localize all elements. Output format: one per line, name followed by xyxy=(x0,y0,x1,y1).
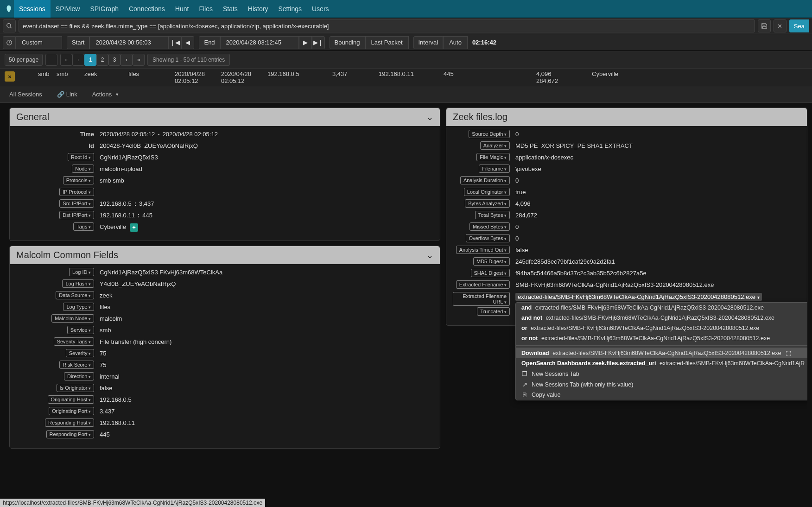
time-bounding-label[interactable]: Bounding xyxy=(330,36,365,49)
search-button[interactable]: Sea xyxy=(789,19,809,32)
label-is originator[interactable]: Is Originator xyxy=(57,384,94,392)
label-local originator[interactable]: Local Originator xyxy=(464,188,510,196)
label-total bytes[interactable]: Total Bytes xyxy=(475,211,510,219)
label-file magic[interactable]: File Magic xyxy=(476,153,510,161)
subnav-all-sessions[interactable]: All Sessions xyxy=(9,91,42,98)
dd-andnot[interactable]: and not extracted-files/SMB-FKvHj63m68WT… xyxy=(516,313,807,323)
per-page-select[interactable]: 50 per page xyxy=(5,54,43,66)
nav-connections[interactable]: Connections xyxy=(124,0,170,18)
label-truncated[interactable]: Truncated xyxy=(477,307,510,316)
label-malcolm node[interactable]: Malcolm Node xyxy=(51,314,94,323)
nav-sessions[interactable]: Sessions xyxy=(14,0,51,18)
search-icon[interactable] xyxy=(3,19,16,32)
label-extracted filename[interactable]: Extracted Filename xyxy=(456,280,510,289)
label-log id[interactable]: Log ID xyxy=(69,268,94,276)
label-filename[interactable]: Filename xyxy=(479,165,510,173)
chevron-down-icon[interactable]: ⌄ xyxy=(426,112,433,122)
label-log type[interactable]: Log Type xyxy=(63,303,94,311)
zeek-title: Zeek files.log xyxy=(453,112,508,122)
search-input[interactable] xyxy=(19,19,755,32)
dropdown-caret-icon[interactable]: ▾ xyxy=(757,295,760,300)
label-srcipport[interactable]: Src IP/Port xyxy=(59,199,94,208)
save-query-icon[interactable] xyxy=(758,19,771,32)
value-tags: Cyberville✦ xyxy=(100,222,433,232)
page-2[interactable]: 2 xyxy=(96,54,108,66)
time-interval-value[interactable]: Auto xyxy=(443,36,468,49)
dd-or[interactable]: or extracted-files/SMB-FKvHj63m68WTeClkA… xyxy=(516,323,807,333)
label-extracted-url[interactable]: Extracted Filename URL xyxy=(453,292,510,306)
nav-spiview[interactable]: SPIView xyxy=(51,0,85,18)
nav-spigraph[interactable]: SPIGraph xyxy=(85,0,123,18)
label-severity tags[interactable]: Severity Tags xyxy=(54,337,94,346)
clear-query-icon[interactable]: ✕ xyxy=(774,19,787,32)
tag-add-icon[interactable]: ✦ xyxy=(130,223,138,232)
time-history-icon[interactable] xyxy=(3,36,16,49)
dd-new-tab-only[interactable]: ↗New Sessions Tab (with only this value) xyxy=(516,379,807,390)
label-analyzer[interactable]: Analyzer xyxy=(480,141,510,150)
nav-hunt[interactable]: Hunt xyxy=(170,0,194,18)
label-risk score[interactable]: Risk Score xyxy=(59,361,94,369)
subnav-actions[interactable]: Actions▼ xyxy=(92,91,120,98)
page-3[interactable]: 3 xyxy=(108,54,121,66)
time-bounding-value[interactable]: Last Packet xyxy=(365,36,409,49)
time-start-label[interactable]: Start xyxy=(67,36,89,49)
time-end-label[interactable]: End xyxy=(199,36,220,49)
time-range-select[interactable]: Custom xyxy=(16,36,62,49)
general-panel-header[interactable]: General ⌄ xyxy=(10,108,440,126)
dd-opensearch[interactable]: OpenSearch Dashboards zeek.files.extract… xyxy=(516,358,807,368)
value-sha1 digest: f94ba5c54466a5b8d37c2c3ab35b52c6b2827a5e xyxy=(515,269,800,277)
page-last[interactable]: » xyxy=(133,54,145,66)
label-ipproto[interactable]: IP Protocol xyxy=(59,188,94,196)
page-prev[interactable]: ‹ xyxy=(72,54,84,66)
page-refresh-icon[interactable] xyxy=(45,54,57,66)
page-1[interactable]: 1 xyxy=(84,54,96,66)
label-originating host[interactable]: Originating Host xyxy=(48,395,94,404)
zeek-panel-header[interactable]: Zeek files.log xyxy=(446,108,807,126)
page-next[interactable]: › xyxy=(121,54,133,66)
page-first[interactable]: « xyxy=(60,54,72,66)
time-interval-label[interactable]: Interval xyxy=(413,36,444,49)
label-source depth[interactable]: Source Depth xyxy=(469,130,510,138)
malcolm-panel-header[interactable]: Malcolm Common Fields ⌄ xyxy=(10,246,440,264)
dd-and[interactable]: and extracted-files/SMB-FKvHj63m68WTeClk… xyxy=(516,303,807,313)
label-responding port[interactable]: Responding Port xyxy=(46,430,94,438)
dd-new-tab[interactable]: ❐New Sessions Tab xyxy=(516,368,807,379)
time-end-value[interactable]: 2020/04/28 03:12:45 xyxy=(220,36,299,49)
label-severity[interactable]: Severity xyxy=(66,349,94,357)
label-dstipport[interactable]: Dst IP/Port xyxy=(59,211,94,219)
label-sha1 digest[interactable]: SHA1 Digest xyxy=(471,269,510,277)
label-bytes analyzed[interactable]: Bytes Analyzed xyxy=(465,199,510,208)
time-end-prev-icon[interactable]: ▶ xyxy=(299,36,312,49)
nav-history[interactable]: History xyxy=(243,0,273,18)
nav-files[interactable]: Files xyxy=(194,0,218,18)
dd-copy-value[interactable]: ⎘Copy value xyxy=(516,390,807,400)
label-protocols[interactable]: Protocols xyxy=(63,176,94,184)
chevron-down-icon[interactable]: ⌄ xyxy=(426,250,433,260)
label-overflow bytes[interactable]: Overflow Bytes xyxy=(466,234,510,242)
time-start-value[interactable]: 2020/04/28 00:56:03 xyxy=(89,36,168,49)
dd-ornot[interactable]: or not extracted-files/SMB-FKvHj63m68WTe… xyxy=(516,333,807,343)
close-row-button[interactable]: × xyxy=(5,71,15,82)
label-log hash[interactable]: Log Hash xyxy=(62,279,94,288)
label-node[interactable]: Node xyxy=(72,165,94,173)
label-md5 digest[interactable]: MD5 Digest xyxy=(473,257,510,266)
label-data source[interactable]: Data Source xyxy=(56,291,94,299)
label-originating port[interactable]: Originating Port xyxy=(49,407,94,415)
nav-users[interactable]: Users xyxy=(307,0,334,18)
label-missed bytes[interactable]: Missed Bytes xyxy=(469,222,510,231)
label-rootid[interactable]: Root Id xyxy=(68,153,94,161)
label-tags[interactable]: Tags xyxy=(73,222,94,231)
subnav-link[interactable]: 🔗Link xyxy=(57,91,77,98)
label-service[interactable]: Service xyxy=(67,326,94,334)
time-start-prev-icon[interactable]: ❘◀ xyxy=(168,36,181,49)
value-extracted-url[interactable]: extracted-files/SMB-FKvHj63m68WTeClkAa-C… xyxy=(515,293,762,301)
time-start-next-icon[interactable]: ◀ xyxy=(181,36,194,49)
nav-stats[interactable]: Stats xyxy=(218,0,243,18)
nav-settings[interactable]: Settings xyxy=(273,0,307,18)
label-analysis duration[interactable]: Analysis Duration xyxy=(460,176,510,184)
label-responding host[interactable]: Responding Host xyxy=(45,418,94,427)
dd-download[interactable]: Download extracted-files/SMB-FKvHj63m68W… xyxy=(516,348,807,358)
label-analysis timed out[interactable]: Analysis Timed Out xyxy=(456,246,510,254)
time-end-last-icon[interactable]: ▶❘ xyxy=(312,36,325,49)
label-direction[interactable]: Direction xyxy=(64,372,94,380)
